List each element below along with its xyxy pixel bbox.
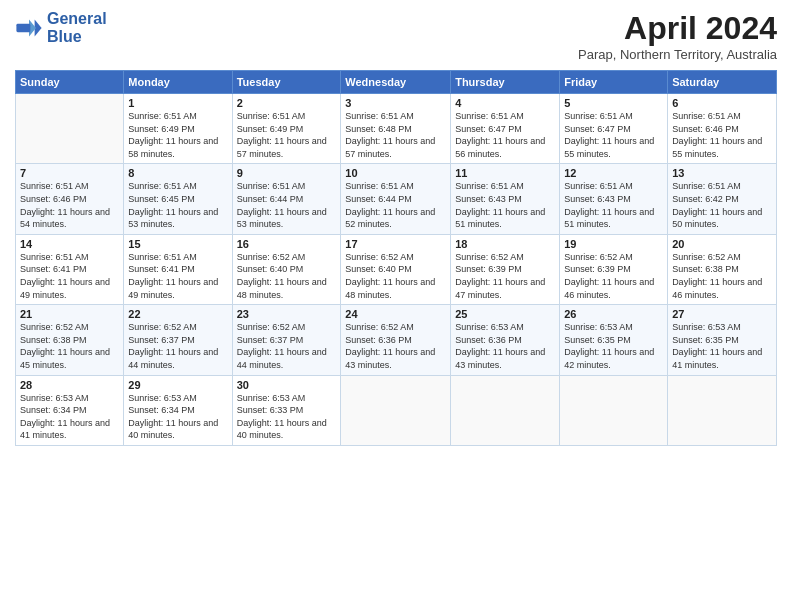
day-number: 15 — [128, 238, 227, 250]
cell-info: Sunrise: 6:51 AM Sunset: 6:43 PM Dayligh… — [564, 180, 663, 230]
calendar: Sunday Monday Tuesday Wednesday Thursday… — [15, 70, 777, 446]
cell-info: Sunrise: 6:51 AM Sunset: 6:49 PM Dayligh… — [128, 110, 227, 160]
week-row-3: 21Sunrise: 6:52 AM Sunset: 6:38 PM Dayli… — [16, 305, 777, 375]
day-number: 26 — [564, 308, 663, 320]
cell-info: Sunrise: 6:51 AM Sunset: 6:48 PM Dayligh… — [345, 110, 446, 160]
day-number: 4 — [455, 97, 555, 109]
calendar-cell: 6Sunrise: 6:51 AM Sunset: 6:46 PM Daylig… — [668, 94, 777, 164]
calendar-cell: 2Sunrise: 6:51 AM Sunset: 6:49 PM Daylig… — [232, 94, 341, 164]
day-number: 2 — [237, 97, 337, 109]
week-row-4: 28Sunrise: 6:53 AM Sunset: 6:34 PM Dayli… — [16, 375, 777, 445]
col-wednesday: Wednesday — [341, 71, 451, 94]
day-number: 7 — [20, 167, 119, 179]
calendar-cell: 27Sunrise: 6:53 AM Sunset: 6:35 PM Dayli… — [668, 305, 777, 375]
logo-text: General Blue — [47, 10, 107, 45]
day-number: 28 — [20, 379, 119, 391]
cell-info: Sunrise: 6:53 AM Sunset: 6:34 PM Dayligh… — [128, 392, 227, 442]
calendar-cell: 9Sunrise: 6:51 AM Sunset: 6:44 PM Daylig… — [232, 164, 341, 234]
cell-info: Sunrise: 6:51 AM Sunset: 6:43 PM Dayligh… — [455, 180, 555, 230]
day-number: 16 — [237, 238, 337, 250]
month-title: April 2024 — [578, 10, 777, 47]
svg-rect-3 — [16, 23, 30, 31]
cell-info: Sunrise: 6:51 AM Sunset: 6:42 PM Dayligh… — [672, 180, 772, 230]
col-monday: Monday — [124, 71, 232, 94]
subtitle: Parap, Northern Territory, Australia — [578, 47, 777, 62]
calendar-cell: 4Sunrise: 6:51 AM Sunset: 6:47 PM Daylig… — [451, 94, 560, 164]
logo-icon — [15, 14, 43, 42]
day-number: 22 — [128, 308, 227, 320]
day-number: 1 — [128, 97, 227, 109]
calendar-cell: 25Sunrise: 6:53 AM Sunset: 6:36 PM Dayli… — [451, 305, 560, 375]
day-number: 19 — [564, 238, 663, 250]
day-number: 23 — [237, 308, 337, 320]
calendar-cell: 17Sunrise: 6:52 AM Sunset: 6:40 PM Dayli… — [341, 234, 451, 304]
calendar-cell: 16Sunrise: 6:52 AM Sunset: 6:40 PM Dayli… — [232, 234, 341, 304]
day-number: 13 — [672, 167, 772, 179]
calendar-cell: 28Sunrise: 6:53 AM Sunset: 6:34 PM Dayli… — [16, 375, 124, 445]
header-row: Sunday Monday Tuesday Wednesday Thursday… — [16, 71, 777, 94]
calendar-cell: 21Sunrise: 6:52 AM Sunset: 6:38 PM Dayli… — [16, 305, 124, 375]
logo-line2: Blue — [47, 28, 107, 46]
day-number: 8 — [128, 167, 227, 179]
cell-info: Sunrise: 6:52 AM Sunset: 6:38 PM Dayligh… — [672, 251, 772, 301]
calendar-cell: 26Sunrise: 6:53 AM Sunset: 6:35 PM Dayli… — [560, 305, 668, 375]
week-row-2: 14Sunrise: 6:51 AM Sunset: 6:41 PM Dayli… — [16, 234, 777, 304]
cell-info: Sunrise: 6:53 AM Sunset: 6:34 PM Dayligh… — [20, 392, 119, 442]
cell-info: Sunrise: 6:51 AM Sunset: 6:46 PM Dayligh… — [672, 110, 772, 160]
title-area: April 2024 Parap, Northern Territory, Au… — [578, 10, 777, 62]
calendar-cell: 8Sunrise: 6:51 AM Sunset: 6:45 PM Daylig… — [124, 164, 232, 234]
day-number: 17 — [345, 238, 446, 250]
cell-info: Sunrise: 6:51 AM Sunset: 6:44 PM Dayligh… — [345, 180, 446, 230]
calendar-cell: 10Sunrise: 6:51 AM Sunset: 6:44 PM Dayli… — [341, 164, 451, 234]
calendar-cell: 29Sunrise: 6:53 AM Sunset: 6:34 PM Dayli… — [124, 375, 232, 445]
calendar-cell — [560, 375, 668, 445]
calendar-cell — [341, 375, 451, 445]
day-number: 9 — [237, 167, 337, 179]
logo-line1: General — [47, 10, 107, 28]
calendar-cell: 3Sunrise: 6:51 AM Sunset: 6:48 PM Daylig… — [341, 94, 451, 164]
calendar-cell: 30Sunrise: 6:53 AM Sunset: 6:33 PM Dayli… — [232, 375, 341, 445]
cell-info: Sunrise: 6:52 AM Sunset: 6:39 PM Dayligh… — [564, 251, 663, 301]
cell-info: Sunrise: 6:51 AM Sunset: 6:46 PM Dayligh… — [20, 180, 119, 230]
week-row-0: 1Sunrise: 6:51 AM Sunset: 6:49 PM Daylig… — [16, 94, 777, 164]
day-number: 27 — [672, 308, 772, 320]
cell-info: Sunrise: 6:53 AM Sunset: 6:33 PM Dayligh… — [237, 392, 337, 442]
cell-info: Sunrise: 6:51 AM Sunset: 6:44 PM Dayligh… — [237, 180, 337, 230]
calendar-header: Sunday Monday Tuesday Wednesday Thursday… — [16, 71, 777, 94]
calendar-body: 1Sunrise: 6:51 AM Sunset: 6:49 PM Daylig… — [16, 94, 777, 446]
calendar-cell: 7Sunrise: 6:51 AM Sunset: 6:46 PM Daylig… — [16, 164, 124, 234]
day-number: 14 — [20, 238, 119, 250]
day-number: 11 — [455, 167, 555, 179]
logo: General Blue — [15, 10, 107, 45]
col-sunday: Sunday — [16, 71, 124, 94]
calendar-cell: 1Sunrise: 6:51 AM Sunset: 6:49 PM Daylig… — [124, 94, 232, 164]
day-number: 21 — [20, 308, 119, 320]
calendar-cell: 19Sunrise: 6:52 AM Sunset: 6:39 PM Dayli… — [560, 234, 668, 304]
day-number: 24 — [345, 308, 446, 320]
cell-info: Sunrise: 6:53 AM Sunset: 6:36 PM Dayligh… — [455, 321, 555, 371]
col-saturday: Saturday — [668, 71, 777, 94]
calendar-cell: 11Sunrise: 6:51 AM Sunset: 6:43 PM Dayli… — [451, 164, 560, 234]
calendar-cell: 22Sunrise: 6:52 AM Sunset: 6:37 PM Dayli… — [124, 305, 232, 375]
cell-info: Sunrise: 6:52 AM Sunset: 6:37 PM Dayligh… — [237, 321, 337, 371]
calendar-cell: 14Sunrise: 6:51 AM Sunset: 6:41 PM Dayli… — [16, 234, 124, 304]
day-number: 29 — [128, 379, 227, 391]
calendar-cell: 12Sunrise: 6:51 AM Sunset: 6:43 PM Dayli… — [560, 164, 668, 234]
cell-info: Sunrise: 6:53 AM Sunset: 6:35 PM Dayligh… — [672, 321, 772, 371]
day-number: 30 — [237, 379, 337, 391]
calendar-cell: 24Sunrise: 6:52 AM Sunset: 6:36 PM Dayli… — [341, 305, 451, 375]
day-number: 18 — [455, 238, 555, 250]
cell-info: Sunrise: 6:51 AM Sunset: 6:41 PM Dayligh… — [128, 251, 227, 301]
cell-info: Sunrise: 6:51 AM Sunset: 6:47 PM Dayligh… — [564, 110, 663, 160]
calendar-cell — [668, 375, 777, 445]
cell-info: Sunrise: 6:51 AM Sunset: 6:47 PM Dayligh… — [455, 110, 555, 160]
cell-info: Sunrise: 6:51 AM Sunset: 6:49 PM Dayligh… — [237, 110, 337, 160]
col-tuesday: Tuesday — [232, 71, 341, 94]
cell-info: Sunrise: 6:52 AM Sunset: 6:39 PM Dayligh… — [455, 251, 555, 301]
col-thursday: Thursday — [451, 71, 560, 94]
page: General Blue April 2024 Parap, Northern … — [0, 0, 792, 612]
cell-info: Sunrise: 6:52 AM Sunset: 6:40 PM Dayligh… — [237, 251, 337, 301]
calendar-cell — [451, 375, 560, 445]
day-number: 6 — [672, 97, 772, 109]
day-number: 5 — [564, 97, 663, 109]
